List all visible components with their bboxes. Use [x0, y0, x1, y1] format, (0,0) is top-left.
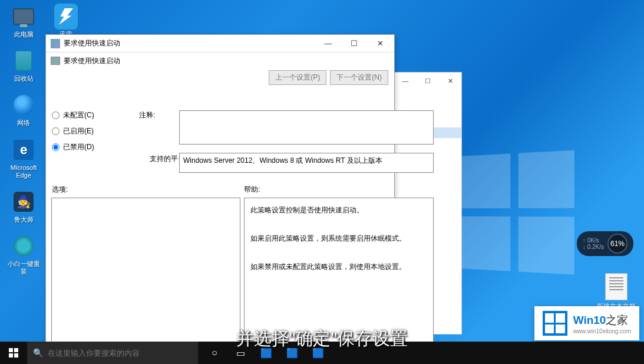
network-icon[interactable]: 网络: [5, 93, 42, 127]
usage-percent: 61%: [607, 234, 628, 254]
recycle-bin-icon[interactable]: 回收站: [5, 49, 42, 83]
start-button[interactable]: [0, 342, 27, 364]
radio-enabled[interactable]: 已启用(E): [52, 126, 94, 136]
help-line-3: 如果禁用或未配置此策略设置，则使用本地设置。: [250, 260, 427, 274]
my-computer-icon[interactable]: 此电脑: [5, 5, 42, 38]
task-view-button[interactable]: ▭: [227, 342, 253, 364]
globe-icon: [14, 95, 34, 115]
help-label: 帮助:: [244, 185, 260, 195]
help-line-1: 此策略设置控制是否使用快速启动。: [250, 203, 427, 217]
label: 此电脑: [14, 31, 34, 38]
titlebar[interactable]: 要求使用快速启动 — ☐ ✕: [46, 35, 394, 53]
bin-icon: [15, 51, 32, 71]
taskbar-search[interactable]: 🔍: [27, 342, 198, 364]
cortana-button[interactable]: ○: [202, 342, 227, 364]
taskbar-app-1[interactable]: 🟦: [253, 342, 279, 364]
taskbar-app-2[interactable]: 🟦: [279, 342, 305, 364]
label: Microsoft Edge: [5, 164, 42, 179]
options-panel: [51, 198, 240, 364]
next-setting-button[interactable]: 下一个设置(N): [330, 70, 388, 85]
search-icon: 🔍: [33, 348, 43, 358]
bg-titlebar[interactable]: — ☐ ✕: [394, 73, 461, 89]
maximize-button[interactable]: ☐: [341, 35, 367, 52]
upload-speed: ↑ 0K/s: [583, 237, 604, 244]
label: 鲁大师: [14, 216, 34, 224]
policy-name: 要求使用快速启动: [64, 56, 120, 66]
policy-state-radios: 未配置(C) 已启用(E) 已禁用(D): [52, 110, 94, 152]
ludashi-logo-icon: 🧙: [14, 192, 34, 212]
bg-minimize-button[interactable]: —: [394, 73, 417, 89]
edge-icon[interactable]: e Microsoft Edge: [5, 138, 42, 179]
radio-not-configured[interactable]: 未配置(C): [52, 110, 94, 120]
monitor-icon: [13, 8, 34, 25]
xiaobai-icon[interactable]: 小白一键重装: [5, 234, 42, 276]
radio-input-notconfig[interactable]: [52, 112, 60, 119]
edge-logo-icon: e: [14, 140, 34, 160]
watermark-text: Win10之家 www.win10xitong.com: [573, 313, 631, 335]
ludashi-icon[interactable]: 🧙 鲁大师: [5, 190, 42, 224]
label: 网络: [17, 119, 30, 127]
thunder-icon: [54, 4, 78, 29]
text-file-icon: [605, 273, 628, 300]
taskbar[interactable]: 🔍 ○ ▭ 🟦 🟦 🟦: [0, 342, 644, 364]
search-input[interactable]: [48, 349, 192, 358]
xunlei-icon[interactable]: 迅雷: [47, 5, 85, 38]
taskbar-app-3[interactable]: 🟦: [305, 342, 331, 364]
new-text-file-icon[interactable]: 新建文本文档: [597, 273, 636, 310]
network-speed-widget[interactable]: ↑ 0K/s ↓ 0.2K/s 61%: [577, 231, 633, 256]
desktop-icons-left: 此电脑 迅雷 回收站 网络 e Microsoft Edge 🧙 鲁大师 小白一…: [5, 5, 42, 276]
window-title: 要求使用快速启动: [64, 38, 315, 48]
watermark: Win10之家 www.win10xitong.com: [534, 306, 639, 340]
speed-readout: ↑ 0K/s ↓ 0.2K/s: [583, 237, 604, 250]
policy-subheader: 要求使用快速启动: [46, 53, 394, 69]
windows-logo-wallpaper: [460, 150, 574, 275]
comment-textarea[interactable]: [179, 110, 434, 145]
policy-editor-window[interactable]: 要求使用快速启动 — ☐ ✕ 要求使用快速启动 上一个设置(P) 下一个设置(N…: [45, 34, 395, 345]
comment-label: 注释:: [139, 110, 155, 120]
help-line-2: 如果启用此策略设置，则系统需要启用休眠模式。: [250, 231, 427, 245]
minimize-button[interactable]: —: [315, 35, 341, 52]
download-speed: ↓ 0.2K/s: [583, 244, 604, 250]
label: 小白一键重装: [5, 260, 42, 276]
options-label: 选项:: [52, 185, 68, 195]
setting-icon: [51, 57, 60, 65]
previous-setting-button[interactable]: 上一个设置(P): [269, 70, 326, 85]
policy-icon: [51, 39, 60, 48]
bg-close-button[interactable]: ✕: [439, 73, 461, 89]
radio-input-disabled[interactable]: [52, 143, 60, 151]
radio-input-enabled[interactable]: [52, 127, 60, 135]
close-button[interactable]: ✕: [367, 35, 393, 52]
help-panel[interactable]: 此策略设置控制是否使用快速启动。 如果启用此策略设置，则系统需要启用休眠模式。 …: [244, 198, 434, 364]
windows-start-icon: [9, 348, 18, 358]
watermark-logo-icon: [543, 311, 567, 336]
nav-buttons: 上一个设置(P) 下一个设置(N): [46, 69, 394, 88]
label: 回收站: [14, 75, 34, 83]
desktop-icons-right: 新建文本文档: [597, 273, 636, 310]
bg-maximize-button[interactable]: ☐: [417, 73, 439, 89]
task-buttons: ○ ▭ 🟦 🟦 🟦: [202, 342, 331, 364]
radio-disabled[interactable]: 已禁用(D): [52, 142, 94, 152]
supported-platform-box[interactable]: Windows Server 2012、Windows 8 或 Windows …: [179, 153, 434, 173]
xiaobai-logo-icon: [14, 236, 34, 256]
